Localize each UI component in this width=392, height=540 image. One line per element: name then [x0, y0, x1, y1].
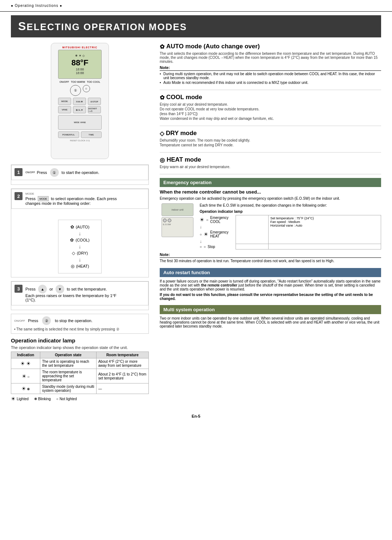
table-row: ☀ ○ The room temperature is approaching … [11, 369, 149, 383]
heat-mode-title-text: HEAT mode [167, 156, 201, 163]
eo-info-detail-heat [268, 244, 381, 249]
right-column: ✿ AUTO mode (Auto change over) The unit … [156, 43, 381, 407]
step4-sub-icon: ② [116, 327, 119, 331]
step1: 1 ON/OFF Press ① to start the operation. [11, 165, 148, 180]
indication-cell-2: ☀ ○ [11, 369, 40, 383]
title-rest: ELECTING OPERATION MODES [26, 21, 187, 32]
heat-mode-sym: ◎ [160, 157, 165, 163]
dry-desc-2: Temperature cannot be set during DRY mod… [160, 143, 381, 147]
eo-info-detail-cool: Set temperature : 75°F (24°C)Fan speed :… [268, 215, 381, 244]
remote-container: MITSUBISHI ELECTRIC ❄ ☀ ◇ 88°F 18:8818:8… [11, 43, 149, 159]
divider-2 [160, 126, 381, 126]
emergency-subtitle: When the remote controller cannot be use… [160, 189, 381, 195]
legend-row: ☀ Lighted ❋ Blinking ○ Not lighted [11, 396, 149, 402]
auto-mode-desc: The unit selects the operation mode acco… [160, 52, 381, 64]
title-first-letter: S [18, 20, 26, 33]
cool-label: (COOL) [75, 238, 90, 242]
eo-stop-circle1: ○ [200, 245, 202, 249]
remote-onoff-button[interactable]: ① [70, 85, 81, 96]
eo-info-table: Set temperature : 75°F (24°C)Fan speed :… [236, 215, 381, 249]
eo-sw-label: E.O.SW [163, 223, 192, 226]
step3-text4: Each press raises or lowers the temperat… [25, 293, 145, 298]
footer-area: En-5 [0, 412, 392, 422]
mode-flow-heat: ◎ (HEAT) [71, 264, 89, 269]
cool-desc-2: Do not operate COOL mode at very low out… [160, 107, 381, 111]
multi-system-section: Multi system operation Two or more indoo… [160, 305, 381, 328]
temp-cell-3: — [96, 383, 148, 394]
eo-row-cool: ☀ ○ Emergency COOL [200, 216, 232, 224]
remote-fan-btn[interactable]: FAN ❋ [73, 98, 86, 105]
eo-arrow-1: ↓ [200, 224, 232, 230]
step2-box: 2 MODE Press MODE to select operation mo… [11, 188, 149, 277]
operation-indicator-section: Operation indicator lamp The operation i… [11, 337, 149, 402]
auto-restart-desc2: If you do not want to use this function,… [160, 293, 381, 301]
eo-stop-circle2: ○ [204, 245, 206, 249]
indicator-title: Operation indicator lamp [11, 337, 149, 344]
indicator-subtitle: The operation indicator lamp shows the o… [11, 345, 149, 350]
step3-content: Press ▲ or ▼ to set the temperature. Eac… [25, 285, 145, 302]
emergency-device: indoor unit E.O.SW [162, 203, 194, 240]
blink-icon-3b: ❋ [27, 387, 30, 391]
state-cell-3: Standby mode (only during multi system o… [40, 383, 97, 394]
legend-blinking: ❋ Blinking [34, 397, 51, 401]
top-bar-text: ● Operating Instructions ● [11, 4, 62, 8]
remote-vane2-btn[interactable]: ✿,%,▼ [73, 106, 86, 113]
mode-flow-auto: ✿ (AUTO) [70, 224, 90, 230]
col-indication: Indication [11, 352, 40, 358]
emergency-note-text: The first 30 minutes of operation is tes… [160, 259, 381, 263]
legend-lighted: ☀ Lighted [11, 396, 29, 402]
title-banner: SELECTING OPERATION MODES [11, 15, 381, 37]
dry-mode-title: ◇ DRY mode [160, 130, 381, 137]
cool-desc-3: (less than 14°F [-10°C]) [160, 112, 381, 116]
step1-text2: to start the operation. [62, 170, 99, 175]
step4-row: ON/OFF Press ② to stop the operation. [11, 314, 148, 327]
auto-mode-section: ✿ AUTO mode (Auto change over) The unit … [160, 43, 381, 85]
emergency-note-title: Note: [160, 252, 381, 258]
divider-4 [160, 174, 381, 174]
auto-mode-title: ✿ AUTO mode (Auto change over) [160, 43, 381, 50]
remote-buttons-grid: MODE FAN ❋ ⊘STOP VANE ✿,%,▼ ⊘START ○+① [58, 98, 102, 113]
remote-mode-btn[interactable]: MODE [58, 98, 71, 105]
step2: 2 MODE Press MODE to select operation mo… [11, 189, 148, 209]
step1-onoff-label: ON/OFF [25, 171, 35, 174]
indoor-unit-box: indoor unit [162, 203, 193, 216]
emergency-note: Note: The first 30 minutes of operation … [160, 252, 381, 263]
remote-small-button[interactable]: ○ [83, 85, 90, 92]
step2-text2: to select operation mode. Each press [51, 196, 117, 201]
circle-icon-2b: ○ [27, 375, 29, 379]
col-room-temp: Room temperature [96, 352, 148, 358]
indicator-table-header-row: Indication Operation state Room temperat… [11, 352, 149, 358]
top-bar: ● Operating Instructions ● [0, 0, 392, 12]
legend-blinking-label: Blinking [38, 397, 51, 401]
emergency-right-text: Each time the E.O.SW is pressed, the ope… [200, 203, 381, 207]
remote-bottom-row: POWERFUL TIME [58, 131, 102, 138]
multi-system-title: Multi system operation [163, 307, 215, 312]
emergency-right: Each time the E.O.SW is pressed, the ope… [200, 203, 381, 249]
legend-blinking-icon: ❋ [34, 397, 37, 401]
step2-number: 2 [15, 192, 23, 200]
remote-time-btn[interactable]: TIME [81, 131, 102, 138]
remote-start-btn[interactable]: ⊘START ○+① [88, 106, 101, 113]
indication-cell-3: ☀ ❋ [11, 383, 40, 394]
emergency-title: Emergency operation [163, 180, 212, 185]
remote-powerful-btn[interactable]: POWERFUL [58, 131, 79, 138]
state-cell-2: The room temperature is approaching the … [40, 369, 97, 383]
step4-text2: to stop the operation. [55, 318, 92, 323]
remote-vane-btn[interactable]: VANE [58, 106, 71, 113]
step1-text: Press [37, 170, 47, 175]
step4-onoff-label: ON/OFF [14, 319, 25, 322]
step2-text3: changes mode in the following order: [25, 201, 145, 206]
heat-desc-1: Enjoy warm air at your desired temperatu… [160, 165, 381, 169]
arrow3: ↓ [79, 257, 81, 263]
legend-not-icon: ○ [56, 397, 58, 401]
step1-row: ON/OFF Press ① to start the operation. [25, 168, 145, 177]
step2-text1: Press [25, 196, 36, 201]
remote-cool-label: TOO COOL [87, 81, 100, 83]
eo-indicators [163, 219, 192, 222]
dry-mode-section: ◇ DRY mode Dehumidify your room. The roo… [160, 130, 381, 147]
arrow1: ↓ [79, 231, 81, 236]
emergency-section: Emergency operation When the remote cont… [160, 178, 381, 263]
temp-cell-2: About 2 to 4°F (1 to 2°C) from set tempe… [96, 369, 148, 383]
remote-stop-btn[interactable]: ⊘STOP [88, 98, 101, 105]
emergency-device-wrapper: indoor unit E.O.SW [160, 203, 196, 240]
